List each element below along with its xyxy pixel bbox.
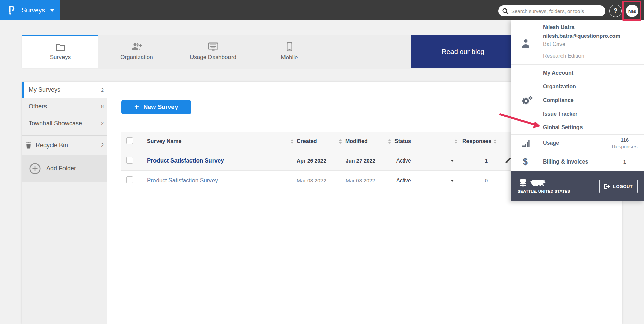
user-organization: Bat Cave xyxy=(543,41,565,47)
user-edition: Research Edition xyxy=(543,53,584,59)
person-plus-icon xyxy=(131,42,142,51)
column-header-status: Status xyxy=(393,138,411,144)
tab-label: Surveys xyxy=(50,54,71,61)
billing-label: Billing & Invoices xyxy=(543,159,588,165)
sort-icon[interactable] xyxy=(494,139,497,144)
sort-icon[interactable] xyxy=(388,139,391,144)
menu-item-issue-tracker[interactable]: Issue Tracker xyxy=(511,107,644,121)
trash-icon xyxy=(26,142,31,149)
logout-button[interactable]: LOGOUT xyxy=(599,180,638,193)
new-survey-label: New Survey xyxy=(143,104,178,111)
read-blog-label: Read our blog xyxy=(442,48,484,55)
sidebar-item-label: Others xyxy=(29,103,47,110)
sign-out-icon xyxy=(604,184,610,189)
menu-item-billing-invoices[interactable]: $ Billing & Invoices 1 xyxy=(511,153,644,171)
usage-label: Usage xyxy=(543,140,559,146)
menu-item-organization[interactable]: Organization xyxy=(511,80,644,93)
tab-label: Mobile xyxy=(281,54,298,61)
billing-counter: 1 xyxy=(611,159,638,165)
plus-icon: + xyxy=(134,102,139,112)
add-folder-button[interactable]: Add Folder xyxy=(22,155,107,182)
tab-usage-dashboard[interactable]: Usage Dashboard xyxy=(175,35,251,68)
new-survey-button[interactable]: + New Survey xyxy=(121,100,191,114)
search-input[interactable] xyxy=(511,8,603,14)
dollar-icon: $ xyxy=(523,157,528,167)
question-icon: ? xyxy=(614,7,617,14)
add-folder-label: Add Folder xyxy=(46,165,76,172)
menu-item-compliance[interactable]: Compliance xyxy=(511,93,644,107)
dashboard-icon xyxy=(208,42,218,51)
person-icon xyxy=(521,39,530,48)
sidebar-item-label: Townhall Showcase xyxy=(29,120,82,127)
menu-item-global-settings[interactable]: Global Settings xyxy=(511,121,644,134)
database-icon xyxy=(518,178,528,187)
data-center-location: SEATTLE, UNITED STATES xyxy=(518,189,570,193)
usage-counter: 116 Responses xyxy=(611,137,638,149)
user-email: nilesh.batra@questionpro.com xyxy=(543,33,620,39)
status-dropdown-caret[interactable] xyxy=(450,180,454,182)
annotation-highlight-box xyxy=(622,1,641,21)
usage-unit: Responses xyxy=(611,143,638,149)
tab-label: Usage Dashboard xyxy=(190,54,236,61)
user-name: Nilesh Batra xyxy=(543,24,574,30)
sidebar-item-label: Recycle Bin xyxy=(36,142,68,149)
sidebar-item-townhall-showcase[interactable]: Townhall Showcase 2 xyxy=(22,115,107,132)
sort-icon[interactable] xyxy=(339,139,342,144)
responses-count: 0 xyxy=(458,177,496,183)
sort-icon[interactable] xyxy=(454,139,457,144)
created-date: Mar 03 2022 xyxy=(295,177,326,183)
status-value: Active xyxy=(396,158,411,164)
tab-mobile[interactable]: Mobile xyxy=(251,35,328,68)
sort-icon[interactable] xyxy=(291,139,294,144)
sidebar-item-recycle-bin[interactable]: Recycle Bin 2 xyxy=(22,136,107,155)
folders-sidebar: My Surveys 2 Others 8 Townhall Showcase … xyxy=(22,82,107,324)
product-switcher-label: Surveys xyxy=(22,6,45,14)
logout-label: LOGOUT xyxy=(613,184,633,189)
dropdown-divider xyxy=(511,64,644,65)
modified-date: Mar 03 2022 xyxy=(344,177,375,183)
account-dropdown: Nilesh Batra nilesh.batra@questionpro.co… xyxy=(511,20,644,201)
sidebar-item-my-surveys[interactable]: My Surveys 2 xyxy=(22,82,107,98)
row-checkbox[interactable] xyxy=(126,176,133,183)
folder-count-badge: 2 xyxy=(101,121,104,126)
responses-count: 1 xyxy=(458,158,496,164)
column-header-modified: Modified xyxy=(344,138,368,144)
sidebar-item-others[interactable]: Others 8 xyxy=(22,98,107,115)
help-button[interactable]: ? xyxy=(609,5,622,17)
questionpro-surveys-page: Surveys ? NB Surveys xyxy=(0,0,644,324)
survey-name-link[interactable]: Product Satisfaction Survey xyxy=(142,177,218,184)
tab-surveys[interactable]: Surveys xyxy=(22,35,98,68)
menu-item-my-account[interactable]: My Account xyxy=(511,66,644,80)
folder-count-badge: 2 xyxy=(101,142,104,148)
global-search xyxy=(498,5,605,16)
row-checkbox[interactable] xyxy=(126,157,133,164)
chevron-down-icon xyxy=(50,9,54,12)
status-dropdown-caret[interactable] xyxy=(450,160,454,162)
tab-organization[interactable]: Organization xyxy=(98,35,175,68)
survey-name-link[interactable]: Product Satisfaction Survey xyxy=(142,157,224,164)
topbar: Surveys ? NB xyxy=(0,0,644,20)
plus-circle-icon xyxy=(29,163,41,174)
account-menu: My Account Organization Compliance Issue… xyxy=(511,66,644,134)
modified-date: Jun 27 2022 xyxy=(344,158,375,164)
usage-value: 116 xyxy=(611,137,638,143)
column-header-survey-name: Survey Name xyxy=(142,138,181,144)
column-header-created: Created xyxy=(295,138,317,144)
dropdown-footer: SEATTLE, UNITED STATES LOGOUT xyxy=(511,171,644,201)
product-switcher-button[interactable]: Surveys xyxy=(0,0,60,20)
smartphone-icon xyxy=(287,42,292,51)
questionpro-logo-icon xyxy=(9,6,15,15)
usa-map-icon xyxy=(530,179,546,189)
select-all-checkbox[interactable] xyxy=(126,137,133,144)
folder-count-badge: 8 xyxy=(101,104,104,109)
tab-label: Organization xyxy=(120,54,153,61)
folder-count-badge: 2 xyxy=(101,87,104,93)
status-value: Active xyxy=(396,177,411,184)
menu-item-usage[interactable]: Usage 116 Responses xyxy=(511,135,644,153)
sidebar-item-label: My Surveys xyxy=(29,86,60,93)
folder-icon xyxy=(56,43,65,51)
search-icon xyxy=(502,8,509,14)
signal-bars-icon xyxy=(522,140,531,147)
column-header-responses: Responses xyxy=(458,138,491,144)
created-date: Apr 26 2022 xyxy=(295,158,326,164)
